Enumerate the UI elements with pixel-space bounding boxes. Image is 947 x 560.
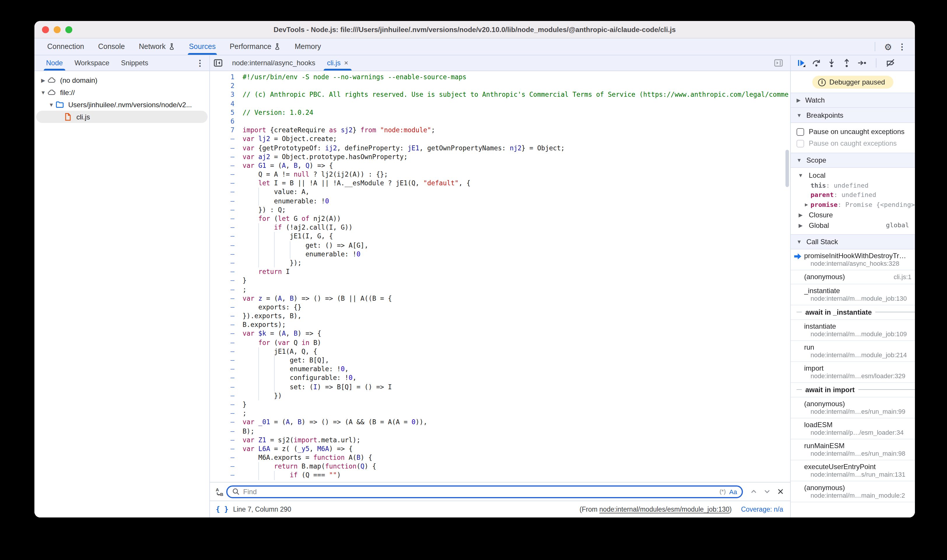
call-stack-frame[interactable]: executeUserEntryPointnode:internal/m…s/r… (791, 460, 915, 481)
coverage-link[interactable]: Coverage: n/a (741, 506, 784, 513)
line-number[interactable]: – (210, 152, 234, 161)
tab-sources[interactable]: Sources (182, 38, 223, 55)
breakpoint-option-pause-on-caught-exceptions[interactable]: Pause on caught exceptions (791, 137, 915, 149)
tab-network[interactable]: Network (132, 38, 182, 55)
line-number[interactable]: – (210, 294, 234, 303)
editor-tab-node-internal-async-hooks[interactable]: node:internal/async_hooks (226, 55, 321, 71)
step-out-button[interactable] (840, 56, 854, 70)
line-number[interactable]: – (210, 277, 234, 285)
line-number[interactable]: – (210, 392, 234, 400)
scope-group-closure[interactable]: ▶Closure (791, 209, 915, 220)
line-number[interactable]: 3 (210, 91, 234, 99)
line-number[interactable]: – (210, 303, 234, 312)
line-number[interactable]: – (210, 347, 234, 356)
line-number[interactable]: – (210, 374, 234, 383)
line-number[interactable]: 7 (210, 126, 234, 135)
line-number[interactable]: – (210, 471, 234, 480)
step-into-button[interactable] (825, 56, 839, 70)
next-match-button chevron-down-icon[interactable] (763, 488, 771, 495)
line-number[interactable]: – (210, 162, 234, 170)
line-number[interactable]: – (210, 329, 234, 338)
line-number[interactable]: – (210, 268, 234, 276)
line-number[interactable]: – (210, 427, 234, 435)
line-number[interactable]: – (210, 144, 234, 152)
triangle-right-icon[interactable]: ▶ (39, 77, 47, 83)
line-number[interactable]: – (210, 418, 234, 427)
line-number[interactable]: 4 (210, 99, 234, 108)
line-number[interactable]: 6 (210, 117, 234, 126)
line-number[interactable]: – (210, 179, 234, 188)
from-module-link[interactable]: (From node:internal/modules/esm/module_j… (580, 506, 732, 513)
tree-item-file-[interactable]: ▼file:// (34, 86, 209, 98)
line-number[interactable]: – (210, 135, 234, 144)
line-number[interactable]: – (210, 214, 234, 223)
line-number[interactable]: – (210, 188, 234, 197)
scope-property-promise[interactable]: ▶promise: Promise {<pending>} (791, 200, 915, 209)
tree-item-cli-js[interactable]: cli.js (34, 111, 209, 123)
call-stack-frame[interactable]: instantiatenode:internal/m…module_job:10… (791, 320, 915, 341)
scope-group-local[interactable]: ▼Local (791, 170, 915, 181)
close-window-button[interactable] (42, 26, 49, 33)
scope-property-parent[interactable]: parent: undefined (791, 190, 915, 200)
tab-performance[interactable]: Performance (223, 38, 288, 55)
checkbox[interactable] (797, 128, 804, 135)
zoom-window-button[interactable] (65, 26, 72, 33)
line-number[interactable]: – (210, 462, 234, 471)
hide-navigator-button[interactable] (210, 55, 226, 71)
sidebar-tab-workspace[interactable]: Workspace (68, 55, 115, 71)
line-number[interactable]: – (210, 445, 234, 453)
step-button[interactable] (855, 56, 869, 70)
close-tab-icon[interactable]: × (344, 59, 348, 67)
call-stack-frame[interactable]: runMainESMnode:internal/m…es/run_main:98 (791, 439, 915, 460)
line-number[interactable]: – (210, 435, 234, 444)
call-stack-frame[interactable]: (anonymous)cli.js:1 (791, 270, 915, 284)
line-number[interactable]: – (210, 312, 234, 320)
code-viewer[interactable]: 1#!/usr/bin/env -S node --no-warnings --… (210, 71, 790, 482)
line-number[interactable]: 5 (210, 108, 234, 117)
replace-toggle-button[interactable]: A B (213, 487, 226, 496)
triangle-down-icon[interactable]: ▼ (47, 102, 56, 108)
tab-memory[interactable]: Memory (288, 38, 328, 55)
line-number[interactable]: – (210, 259, 234, 268)
watch-section-header[interactable]: ▶ Watch (791, 93, 915, 108)
line-number[interactable]: – (210, 365, 234, 374)
pretty-print-button[interactable]: { } (216, 505, 228, 513)
close-find-button close-icon[interactable] (777, 488, 784, 495)
line-number[interactable]: – (210, 170, 234, 179)
line-number[interactable]: – (210, 197, 234, 205)
more-options-button[interactable]: ⋮ (895, 40, 909, 54)
call-stack-frame[interactable]: importnode:internal/m…esm/loader:329 (791, 362, 915, 383)
call-stack-frame[interactable]: _instantiatenode:internal/m…module_job:1… (791, 284, 915, 305)
find-input[interactable] (243, 488, 716, 495)
line-number[interactable]: 1 (210, 73, 234, 82)
call-stack-frame[interactable]: loadESMnode:internal/p…/esm_loader:34 (791, 418, 915, 439)
triangle-right-icon[interactable]: ▶ (804, 202, 810, 208)
line-number[interactable]: – (210, 206, 234, 214)
resume-button[interactable] (794, 56, 808, 70)
scope-group-global[interactable]: ▶Globalglobal (791, 220, 915, 231)
tree-item--no-domain-[interactable]: ▶(no domain) (34, 74, 209, 86)
line-number[interactable]: – (210, 232, 234, 241)
line-number[interactable]: – (210, 241, 234, 250)
breakpoints-section-header[interactable]: ▼ Breakpoints (791, 108, 915, 123)
sidebar-more-button[interactable]: ⋮ (193, 56, 207, 70)
line-number[interactable]: – (210, 338, 234, 347)
minimize-window-button[interactable] (54, 26, 61, 33)
callstack-section-header[interactable]: ▼ Call Stack (791, 234, 915, 249)
editor-scrollbar-thumb[interactable] (785, 150, 789, 187)
settings-button[interactable]: ⚙ (881, 40, 895, 54)
tab-connection[interactable]: Connection (40, 38, 91, 55)
regex-toggle[interactable]: (*) (720, 488, 726, 495)
triangle-down-icon[interactable]: ▼ (39, 89, 47, 95)
scope-section-header[interactable]: ▼ Scope (791, 153, 915, 168)
show-navigator-button[interactable] (774, 55, 790, 71)
line-number[interactable]: – (210, 250, 234, 259)
call-stack-frame[interactable]: (anonymous)node:internal/m…es/run_main:9… (791, 397, 915, 418)
scope-property-this[interactable]: this: undefined (791, 181, 915, 190)
breakpoint-option-pause-on-uncaught-exceptions[interactable]: Pause on uncaught exceptions (791, 126, 915, 137)
step-over-button[interactable] (810, 56, 824, 70)
match-case-toggle[interactable]: Aa (729, 488, 737, 495)
tree-item-users-jinhuilee-nvm-versions-node-v2-[interactable]: ▼Users/jinhuilee/.nvm/versions/node/v2..… (34, 98, 209, 111)
line-number[interactable]: – (210, 409, 234, 418)
line-number[interactable]: – (210, 321, 234, 329)
